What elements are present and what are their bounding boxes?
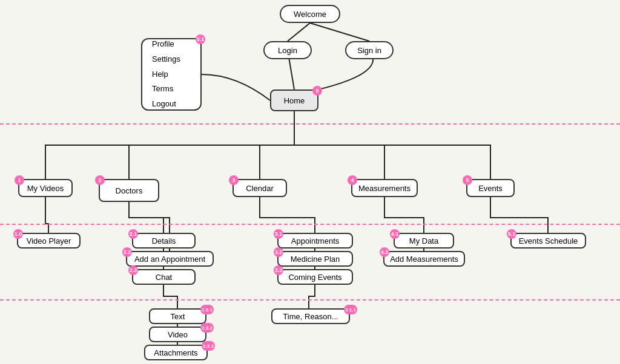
mydata-node[interactable]: 4.1 My Data [394,233,454,249]
myvideos-badge: 1 [15,175,24,185]
dashed-line-1 [0,123,620,125]
videoplayer-node[interactable]: 1.0 Video Player [17,233,81,249]
timereason-badge: 3.1.1 [344,305,357,314]
medicineplan-badge: 3.2 [274,247,283,257]
details-node[interactable]: 2.1 Details [132,233,196,249]
addappt-badge: 2.2 [122,247,132,257]
medicineplan-label: Medicine Plan [291,255,340,264]
video-label: Video [168,330,188,339]
doctors-label: Doctors [116,186,143,195]
myvideos-label: My Videos [27,184,64,193]
addappt-label: Add an Appointment [134,255,205,264]
details-label: Details [152,236,176,245]
login-node[interactable]: Login [263,41,312,59]
attachments-badge: 2.3.3 [202,341,215,351]
chat-badge: 2.3 [128,265,138,275]
signin-node[interactable]: Sign in [345,41,394,59]
comingevents-label: Coming Events [288,273,341,282]
addmeasure-label: Add Measurements [390,255,458,264]
menu-node: 0.1 Profile Settings Help Terms Logout [141,38,202,111]
appointments-label: Appointments [291,236,340,245]
details-badge: 2.1 [128,229,138,239]
mydata-label: My Data [409,236,438,245]
welcome-node: Welcome [280,5,340,23]
home-label: Home [284,96,305,105]
attachments-node[interactable]: 2.3.3 Attachments [144,345,208,360]
dashed-line-3 [0,299,620,301]
menu-terms: Terms [152,83,173,96]
text-node[interactable]: 2.3.1 Text [149,308,206,324]
menu-logout: Logout [152,98,176,111]
welcome-label: Welcome [294,10,326,19]
events-badge: 5 [463,175,472,185]
video-node[interactable]: 2.3.2 Video [149,327,206,342]
appointments-node[interactable]: 3.1 Appointments [277,233,353,249]
eventsschedule-node[interactable]: 5.1 Events Schedule [510,233,586,249]
mydata-badge: 4.1 [390,229,400,239]
addmeasure-node[interactable]: 4.2 Add Measurements [383,251,465,267]
attachments-label: Attachments [154,348,197,357]
timereason-node[interactable]: 3.1.1 Time, Reason... [271,308,350,324]
measurements-node[interactable]: 4 Measurements [351,179,418,197]
chat-label: Chat [156,273,172,282]
videoplayer-label: Video Player [27,236,71,245]
timereason-label: Time, Reason... [283,312,338,321]
signin-label: Sign in [357,46,381,55]
events-label: Events [478,184,503,193]
addmeasure-badge: 4.2 [380,247,389,257]
measurements-label: Measurements [358,184,411,193]
clendar-label: Clendar [246,184,274,193]
video-badge: 2.3.2 [200,323,214,333]
text-badge: 2.3.1 [200,305,214,314]
home-badge: 0 [312,86,322,96]
chat-node[interactable]: 2.3 Chat [132,269,196,285]
text-label: Text [171,312,185,321]
menu-help: Help [152,68,168,81]
home-node[interactable]: 0 Home [270,89,318,111]
canvas: Welcome Login Sign in 0 Home 0.1 Profile… [0,0,620,364]
menu-profile: Profile [152,38,174,51]
login-label: Login [278,46,297,55]
videoplayer-badge: 1.0 [13,229,23,239]
doctors-node[interactable]: 2 Doctors [99,179,159,202]
eventsschedule-badge: 5.1 [507,229,516,239]
menu-badge: 0.1 [196,34,205,44]
events-node[interactable]: 5 Events [466,179,515,197]
myvideos-node[interactable]: 1 My Videos [18,179,73,197]
addappt-node[interactable]: 2.2 Add an Appointment [126,251,214,267]
medicineplan-node[interactable]: 3.2 Medicine Plan [277,251,353,267]
comingevents-node[interactable]: 3.3 Coming Events [277,269,353,285]
measurements-badge: 4 [348,175,357,185]
comingevents-badge: 3.3 [274,265,283,275]
eventsschedule-label: Events Schedule [519,236,578,245]
dashed-line-2 [0,224,620,225]
doctors-badge: 2 [95,175,105,185]
clendar-badge: 3 [229,175,239,185]
menu-settings: Settings [152,53,180,66]
clendar-node[interactable]: 3 Clendar [232,179,287,197]
appointments-badge: 3.1 [274,229,283,239]
